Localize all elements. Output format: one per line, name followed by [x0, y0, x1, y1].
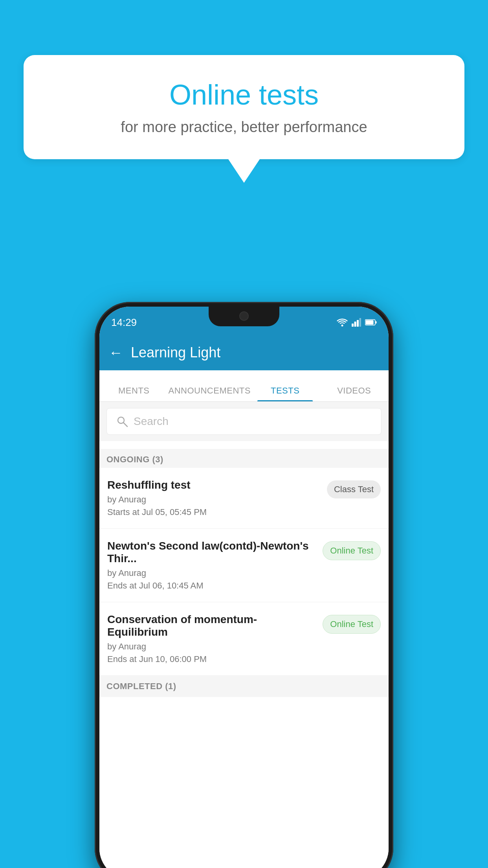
ongoing-section-title: ONGOING (3) — [106, 454, 163, 464]
wifi-icon — [337, 318, 348, 327]
test-item-time: Ends at Jul 06, 10:45 AM — [107, 581, 316, 591]
background: Online tests for more practice, better p… — [0, 0, 488, 868]
svg-point-0 — [341, 325, 343, 327]
status-time: 14:29 — [111, 313, 137, 329]
speech-bubble-title: Online tests — [55, 79, 433, 111]
phone-screen: 14:29 — [99, 307, 389, 868]
test-item-name: Conservation of momentum-Equilibrium — [107, 613, 316, 638]
test-item-by: by Anurag — [107, 642, 316, 652]
test-item-info: Conservation of momentum-Equilibrium by … — [107, 613, 316, 664]
test-item-by: by Anurag — [107, 495, 321, 505]
back-button[interactable]: ← — [109, 344, 123, 361]
completed-section-header: COMPLETED (1) — [99, 676, 389, 697]
test-item-name: Newton's Second law(contd)-Newton's Thir… — [107, 540, 316, 565]
phone-camera — [239, 311, 249, 321]
phone-notch — [209, 307, 279, 326]
speech-bubble-container: Online tests for more practice, better p… — [24, 55, 464, 183]
speech-bubble-subtitle: for more practice, better performance — [55, 119, 433, 136]
tab-tests[interactable]: TESTS — [251, 386, 320, 401]
ongoing-section-header: ONGOING (3) — [99, 449, 389, 470]
tab-announcements[interactable]: ANNOUNCEMENTS — [169, 386, 251, 401]
tab-videos[interactable]: VIDEOS — [319, 386, 389, 401]
svg-rect-4 — [360, 318, 361, 327]
test-item-name: Reshuffling test — [107, 479, 321, 491]
phone-mockup: 14:29 — [95, 302, 393, 868]
test-item-info: Newton's Second law(contd)-Newton's Thir… — [107, 540, 316, 591]
svg-rect-3 — [357, 320, 359, 327]
search-icon — [116, 416, 128, 427]
completed-section-title: COMPLETED (1) — [106, 681, 176, 691]
svg-rect-6 — [366, 320, 374, 325]
test-item-by: by Anurag — [107, 568, 316, 578]
tabs-bar: MENTS ANNOUNCEMENTS TESTS VIDEOS — [99, 370, 389, 402]
signal-icon — [352, 318, 361, 327]
app-bar: ← Learning Light — [99, 335, 389, 370]
battery-icon — [365, 319, 377, 326]
speech-bubble: Online tests for more practice, better p… — [24, 55, 464, 159]
test-item[interactable]: Newton's Second law(contd)-Newton's Thir… — [99, 529, 389, 602]
test-item-info: Reshuffling test by Anurag Starts at Jul… — [107, 479, 321, 517]
test-list: Reshuffling test by Anurag Starts at Jul… — [99, 468, 389, 868]
app-bar-title: Learning Light — [131, 344, 220, 361]
search-placeholder: Search — [134, 415, 169, 428]
search-container: Search — [99, 402, 389, 441]
search-bar[interactable]: Search — [106, 408, 382, 435]
test-item-time: Starts at Jul 05, 05:45 PM — [107, 507, 321, 517]
tab-ments[interactable]: MENTS — [99, 386, 169, 401]
svg-rect-2 — [354, 322, 356, 327]
svg-rect-7 — [376, 321, 377, 324]
test-badge-class: Class Test — [327, 480, 381, 498]
speech-bubble-arrow — [228, 159, 260, 183]
phone-outer: 14:29 — [95, 302, 393, 868]
status-icons — [337, 315, 377, 327]
test-item[interactable]: Conservation of momentum-Equilibrium by … — [99, 602, 389, 676]
test-badge-online: Online Test — [323, 541, 381, 560]
test-badge-online: Online Test — [323, 615, 381, 634]
test-item-time: Ends at Jun 10, 06:00 PM — [107, 654, 316, 664]
test-item[interactable]: Reshuffling test by Anurag Starts at Jul… — [99, 468, 389, 529]
svg-rect-1 — [352, 324, 354, 327]
svg-line-9 — [123, 423, 127, 427]
